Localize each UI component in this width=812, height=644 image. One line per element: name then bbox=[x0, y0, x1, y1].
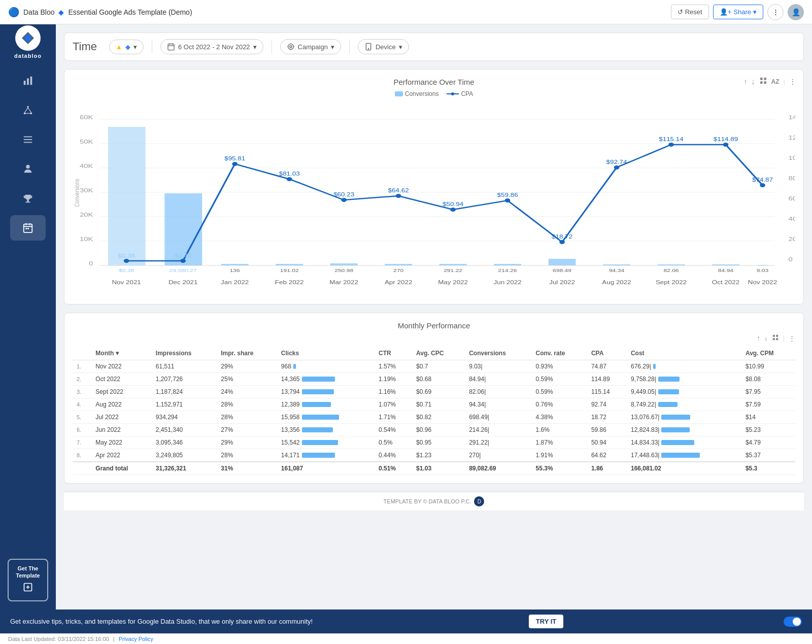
row-conv-rate: 1.6% bbox=[532, 424, 587, 436]
clicks-bar bbox=[293, 364, 296, 369]
grand-total-avg-cpm: $5.3 bbox=[741, 462, 795, 475]
privacy-policy-link[interactable]: Privacy Policy bbox=[119, 636, 153, 642]
reset-button[interactable]: ↺ Reset bbox=[671, 5, 709, 19]
google-ads-filter[interactable]: ▲ ◆ ▾ bbox=[109, 40, 144, 54]
export-button[interactable] bbox=[759, 77, 767, 86]
row-ctr: 0.54% bbox=[375, 424, 412, 436]
svg-point-34 bbox=[368, 48, 368, 49]
sidebar-item-goals[interactable] bbox=[10, 186, 46, 211]
chart-bar-icon bbox=[22, 75, 33, 86]
legend-conversions: Conversions bbox=[395, 90, 439, 97]
row-ctr: 1.57% bbox=[375, 360, 412, 373]
table-sort-desc-button[interactable]: ↓ bbox=[764, 334, 768, 343]
svg-point-77 bbox=[124, 259, 129, 263]
row-avg-cpm: $8.08 bbox=[741, 373, 795, 386]
row-num: 2. bbox=[73, 373, 91, 386]
table-sort-asc-button[interactable]: ↑ bbox=[757, 334, 760, 343]
svg-rect-64 bbox=[108, 127, 146, 265]
table-export-button[interactable] bbox=[772, 334, 779, 343]
svg-text:Sept 2022: Sept 2022 bbox=[656, 280, 687, 286]
row-impr-share: 29% bbox=[217, 436, 277, 449]
svg-text:120: 120 bbox=[789, 134, 795, 141]
share-button[interactable]: 👤+ Share ▾ bbox=[713, 5, 763, 19]
sidebar-item-network[interactable] bbox=[10, 97, 46, 123]
svg-rect-72 bbox=[549, 259, 576, 265]
sidebar-item-person[interactable] bbox=[10, 156, 46, 182]
page-name: Essential Google Ads Template (Demo) bbox=[68, 8, 192, 16]
cost-bar bbox=[661, 440, 694, 445]
logo-circle bbox=[15, 25, 41, 51]
divider-2 bbox=[272, 40, 272, 54]
legend-box-conversions bbox=[395, 91, 403, 96]
svg-rect-14 bbox=[27, 200, 29, 202]
chart-svg-container: 60K 50K 40K 30K 20K 10K 0 Conversions 14… bbox=[73, 101, 795, 296]
date-range-filter[interactable]: 6 Oct 2022 - 2 Nov 2022 ▾ bbox=[160, 39, 263, 54]
databloo-icon: 🔵 bbox=[8, 7, 19, 18]
row-cost: 14,834.33| bbox=[627, 436, 741, 449]
row-month: Aug 2022 bbox=[91, 398, 152, 411]
svg-rect-38 bbox=[764, 81, 766, 84]
table-more-button[interactable]: ⋮ bbox=[789, 334, 795, 343]
get-template-button[interactable]: Get The Template bbox=[8, 559, 48, 601]
svg-rect-2 bbox=[27, 78, 29, 85]
sort-desc-button[interactable]: ↓ bbox=[752, 78, 755, 86]
row-conv-rate: 1.87% bbox=[532, 436, 587, 449]
row-avg-cpm: $7.59 bbox=[741, 398, 795, 411]
grand-total-cost: 166,081.02 bbox=[627, 462, 741, 475]
sidebar-item-list[interactable] bbox=[10, 127, 46, 152]
row-conversions: 214.26| bbox=[465, 424, 531, 436]
topbar-right: ↺ Reset 👤+ Share ▾ ⋮ 👤 bbox=[671, 4, 804, 20]
svg-text:9.03: 9.03 bbox=[757, 268, 769, 273]
row-month: Jun 2022 bbox=[91, 424, 152, 436]
footer-text: TEMPLATE BY © DATA BLOO P.C. bbox=[384, 498, 471, 504]
try-it-button[interactable]: TRY IT bbox=[529, 615, 563, 628]
row-num: 6. bbox=[73, 424, 91, 436]
campaign-filter[interactable]: Campaign ▾ bbox=[280, 39, 341, 54]
row-avg-cpc: $0.96 bbox=[412, 424, 465, 436]
row-cpa: 50.94 bbox=[587, 436, 627, 449]
sort-asc-button[interactable]: ↑ bbox=[744, 78, 748, 86]
svg-text:270: 270 bbox=[393, 268, 403, 273]
footer-template: TEMPLATE BY © DATA BLOO P.C. D bbox=[64, 492, 804, 511]
grand-total-impressions: 31,326,321 bbox=[152, 462, 217, 475]
table-title: Monthly Performance bbox=[73, 321, 795, 330]
date-chevron-icon: ▾ bbox=[253, 43, 257, 51]
divider-3 bbox=[349, 40, 350, 54]
col-cpa: CPA bbox=[587, 347, 627, 360]
svg-text:Jul 2022: Jul 2022 bbox=[549, 280, 575, 286]
avatar[interactable]: 👤 bbox=[788, 4, 804, 20]
sidebar-item-dashboard[interactable] bbox=[10, 68, 46, 93]
sidebar-item-calendar[interactable] bbox=[10, 215, 46, 241]
table-row: 4. Aug 2022 1,152,971 28% 12,389 1.07% $… bbox=[73, 398, 795, 411]
col-month[interactable]: Month ▾ bbox=[91, 347, 152, 360]
cost-bar bbox=[653, 364, 656, 369]
svg-text:136: 136 bbox=[230, 268, 240, 273]
device-filter[interactable]: Device ▾ bbox=[358, 39, 409, 54]
row-cpa: 64.62 bbox=[587, 449, 627, 462]
date-range-label: 6 Oct 2022 - 2 Nov 2022 bbox=[178, 43, 250, 51]
row-impressions: 61,511 bbox=[152, 360, 217, 373]
row-cost: 12,824.83| bbox=[627, 424, 741, 436]
svg-rect-68 bbox=[330, 263, 358, 265]
row-impr-share: 27% bbox=[217, 424, 277, 436]
svg-text:84.94: 84.94 bbox=[718, 268, 733, 273]
row-avg-cpm: $5.37 bbox=[741, 449, 795, 462]
more-options-button[interactable]: ⋮ bbox=[789, 78, 796, 86]
svg-rect-11 bbox=[24, 139, 32, 140]
legend-cpa-label: CPA bbox=[461, 90, 473, 97]
more-button[interactable]: ⋮ bbox=[767, 4, 784, 20]
cost-bar bbox=[658, 389, 679, 394]
google-ads-icon: ▲ bbox=[116, 43, 122, 51]
banner-toggle[interactable] bbox=[784, 617, 802, 627]
share-icon: 👤+ bbox=[720, 8, 732, 16]
sort-alpha-button[interactable]: AZ bbox=[771, 78, 780, 85]
sidebar-logo: databloo bbox=[0, 24, 56, 60]
row-impr-share: 29% bbox=[217, 360, 277, 373]
svg-text:$115.14: $115.14 bbox=[659, 137, 684, 143]
banner-text: Get exclusive tips, tricks, and template… bbox=[10, 618, 313, 625]
row-num: 1. bbox=[73, 360, 91, 373]
svg-rect-76 bbox=[758, 265, 768, 265]
svg-text:10K: 10K bbox=[80, 236, 93, 243]
sidebar: databloo bbox=[0, 24, 56, 609]
svg-point-27 bbox=[290, 46, 292, 48]
